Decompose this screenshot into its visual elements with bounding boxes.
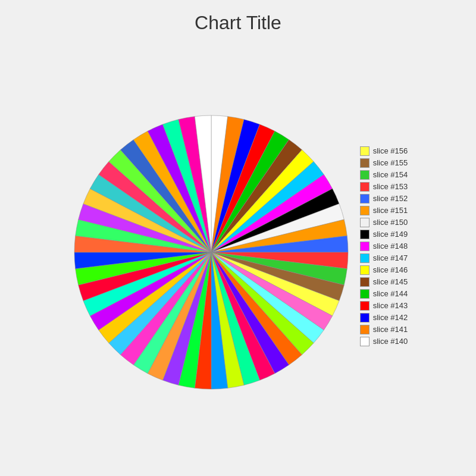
legend-label: slice #154 xyxy=(373,170,408,179)
legend-item: slice #150 xyxy=(360,218,408,227)
legend-color-box xyxy=(360,206,369,215)
legend-color-box xyxy=(360,253,369,263)
legend-color-box xyxy=(360,289,369,299)
legend-color-box xyxy=(360,277,369,287)
legend-color-box xyxy=(360,242,369,251)
legend-color-box xyxy=(360,301,369,311)
legend-color-box xyxy=(360,230,369,239)
chart-container: Chart Title slice #156slice #155slice #1… xyxy=(0,0,476,476)
legend-item: slice #146 xyxy=(360,265,408,275)
legend-item: slice #143 xyxy=(360,301,408,311)
legend-label: slice #153 xyxy=(373,182,408,191)
legend-item: slice #153 xyxy=(360,182,408,192)
legend-label: slice #155 xyxy=(373,158,408,167)
legend-label: slice #144 xyxy=(373,289,408,298)
legend-color-box xyxy=(360,170,369,180)
legend-color-box xyxy=(360,337,369,346)
legend-color-box xyxy=(360,313,369,322)
legend-color-box xyxy=(360,146,369,156)
legend-color-box xyxy=(360,265,369,275)
chart-title: Chart Title xyxy=(195,12,281,34)
legend: slice #156slice #155slice #154slice #153… xyxy=(360,146,408,358)
legend-item: slice #142 xyxy=(360,313,408,322)
legend-label: slice #146 xyxy=(373,265,408,274)
legend-label: slice #152 xyxy=(373,194,408,203)
legend-label: slice #142 xyxy=(373,313,408,322)
legend-label: slice #140 xyxy=(373,337,408,346)
legend-label: slice #141 xyxy=(373,325,408,334)
legend-label: slice #145 xyxy=(373,277,408,286)
legend-item: slice #154 xyxy=(360,170,408,180)
legend-color-box xyxy=(360,182,369,192)
legend-color-box xyxy=(360,194,369,203)
legend-item: slice #147 xyxy=(360,253,408,263)
legend-label: slice #150 xyxy=(373,218,408,227)
legend-label: slice #156 xyxy=(373,146,408,155)
legend-color-box xyxy=(360,325,369,334)
legend-color-box xyxy=(360,218,369,227)
legend-item: slice #155 xyxy=(360,158,408,168)
legend-color-box xyxy=(360,158,369,168)
legend-item: slice #149 xyxy=(360,230,408,239)
legend-label: slice #143 xyxy=(373,301,408,310)
legend-label: slice #148 xyxy=(373,242,408,250)
legend-item: slice #148 xyxy=(360,242,408,251)
legend-item: slice #152 xyxy=(360,194,408,203)
legend-label: slice #149 xyxy=(373,230,408,239)
legend-item: slice #140 xyxy=(360,337,408,346)
legend-item: slice #145 xyxy=(360,277,408,287)
pie-svg xyxy=(68,109,354,395)
legend-item: slice #156 xyxy=(360,146,408,156)
legend-item: slice #141 xyxy=(360,325,408,334)
legend-item: slice #144 xyxy=(360,289,408,299)
legend-item: slice #151 xyxy=(360,206,408,215)
legend-label: slice #151 xyxy=(373,206,408,215)
chart-body: slice #156slice #155slice #154slice #153… xyxy=(0,40,476,476)
legend-label: slice #147 xyxy=(373,253,408,262)
pie-chart xyxy=(68,109,354,395)
